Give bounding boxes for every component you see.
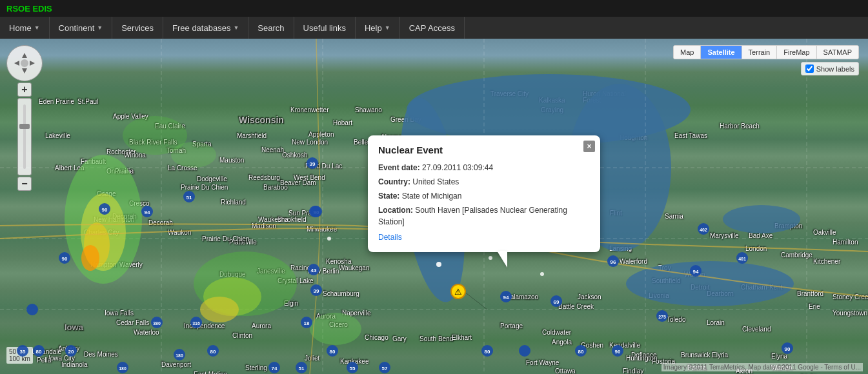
nav-continent-arrow: ▼ [97, 25, 103, 31]
svg-marker-105 [22, 68, 27, 74]
event-popup: × Nuclear Event Event date: 27.09.2011 0… [368, 135, 600, 252]
scale-line2: 100 km [9, 355, 30, 362]
popup-field-location: Location: South Haven [Palisades Nuclear… [378, 204, 590, 228]
popup-label-event-date: Event date: [378, 163, 422, 172]
map-type-satellite[interactable]: Satellite [701, 46, 742, 59]
map-type-button-group: Map Satellite Terrain FireMap SATMAP [673, 45, 859, 59]
popup-field-country: Country: United States [378, 176, 590, 188]
zoom-out-button[interactable]: − [17, 177, 32, 191]
show-labels-row: Show labels [801, 62, 859, 75]
nav-home[interactable]: Home ▼ [0, 17, 50, 39]
show-labels-checkbox[interactable] [805, 64, 814, 73]
scale-bar: 50 mi 100 km [6, 347, 33, 364]
nav-free-databases[interactable]: Free databases ▼ [163, 17, 248, 39]
zoom-thumb[interactable] [19, 124, 30, 129]
map-copyright: Imagery ©2011 TerraMetrics, Map data ©20… [661, 363, 863, 371]
map-type-terrain[interactable]: Terrain [742, 46, 778, 59]
popup-value-country: United States [412, 177, 459, 186]
popup-details-link[interactable]: Details [378, 233, 590, 242]
svg-marker-107 [30, 61, 35, 66]
pan-control[interactable] [6, 45, 43, 81]
popup-value-state: State of Michigan [402, 192, 462, 201]
nav-continent[interactable]: Continent ▼ [50, 17, 113, 39]
popup-close-button[interactable]: × [583, 141, 595, 152]
zoom-slider[interactable] [17, 98, 32, 175]
popup-title: Nuclear Event [378, 144, 590, 155]
popup-field-event-date: Event date: 27.09.2011 03:09:44 [378, 162, 590, 173]
map-type-controls: Map Satellite Terrain FireMap SATMAP Sho… [673, 45, 859, 75]
popup-value-event-date: 27.09.2011 03:09:44 [422, 163, 493, 172]
zoom-in-button[interactable]: + [17, 83, 32, 97]
nav-search[interactable]: Search [248, 17, 294, 39]
nav-cap-access[interactable]: CAP Access [400, 17, 465, 39]
marker-icon: ⚠ [450, 284, 466, 299]
nav-free-databases-arrow: ▼ [233, 25, 239, 31]
svg-marker-104 [22, 53, 27, 58]
title-bar: RSOE EDIS [0, 0, 868, 17]
map-type-firemap[interactable]: FireMap [777, 46, 816, 59]
svg-marker-106 [14, 61, 19, 66]
map-container[interactable]: Eden Prairie St.Paul Apple Valley Eau Cl… [0, 39, 868, 374]
scale-line1: 50 mi [9, 348, 30, 355]
nav-help[interactable]: Help ▼ [356, 17, 400, 39]
map-type-map[interactable]: Map [674, 46, 701, 59]
nav-bar: Home ▼ Continent ▼ Services Free databas… [0, 17, 868, 39]
nav-useful-links[interactable]: Useful links [294, 17, 356, 39]
nav-home-arrow: ▼ [34, 25, 40, 31]
map-type-satmap[interactable]: SATMAP [817, 46, 858, 59]
popup-label-location: Location: [378, 206, 415, 215]
popup-label-country: Country: [378, 177, 412, 186]
app-title: RSOE EDIS [6, 4, 52, 14]
popup-label-state: State: [378, 192, 402, 201]
nav-services[interactable]: Services [112, 17, 163, 39]
svg-point-108 [21, 59, 28, 67]
map-controls: + − [6, 45, 43, 191]
event-marker[interactable]: ⚠ [450, 284, 466, 299]
show-labels-label[interactable]: Show labels [816, 65, 854, 73]
popup-field-state: State: State of Michigan [378, 190, 590, 202]
nav-help-arrow: ▼ [385, 25, 390, 31]
